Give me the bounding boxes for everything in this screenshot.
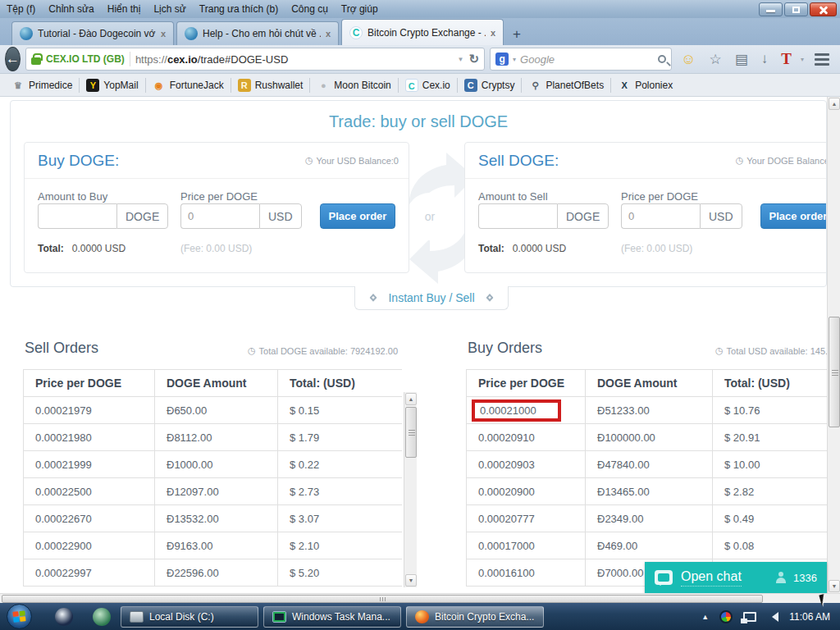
instant-buy-sell-toggle[interactable]: Instant Buy / Sell [354, 286, 509, 310]
tab-bitcoin-exchange[interactable]: C Bitcoin Crypto Exchange - ... x [341, 19, 504, 45]
menu-bookmarks[interactable]: Trang ưa thích (b) [193, 1, 285, 17]
menu-view[interactable]: Hiển thị [101, 1, 148, 17]
buy-total: Total: 0.0000 USD [38, 243, 126, 254]
new-tab-button[interactable]: + [506, 26, 527, 45]
cexio-favicon: C [349, 26, 363, 39]
sell-amount-input[interactable] [478, 203, 557, 229]
menu-help[interactable]: Trợ giúp [335, 1, 385, 17]
order-row[interactable]: 0.00021999Đ1000.00$ 0.22 [24, 451, 403, 478]
open-chat-button[interactable]: Open chat 1336 [645, 562, 827, 593]
moon bitcoin-favicon: ● [317, 79, 330, 92]
scrollbar-thumb[interactable] [2, 595, 763, 603]
order-row[interactable]: 0.00022500Đ12097.00$ 2.73 [24, 478, 403, 505]
back-button[interactable]: ← [5, 47, 21, 71]
tab-close-icon[interactable]: x [491, 28, 495, 38]
collapse-icon [369, 294, 377, 303]
sell-place-order-button[interactable]: Place order [760, 203, 827, 229]
tray-app-icon[interactable] [719, 610, 733, 623]
buy-amount-input[interactable] [38, 203, 116, 229]
order-row[interactable]: 0.00017000Đ469.00$ 0.08 [467, 532, 828, 559]
horizontal-scrollbar[interactable] [0, 593, 840, 603]
site-identity[interactable]: CEX.IO LTD (GB) [46, 53, 125, 65]
taskbar-clock[interactable]: 11:06 AM [789, 611, 830, 623]
tab-help[interactable]: Help - Cho em hỏi chút về ... x [176, 21, 339, 45]
order-row[interactable]: 0.00021980Đ8112.00$ 1.79 [24, 424, 403, 451]
restore-button[interactable] [784, 2, 808, 16]
menu-edit[interactable]: Chỉnh sửa [42, 1, 100, 17]
buy-place-order-button[interactable]: Place order [320, 203, 395, 229]
taskbar-button-task-manager[interactable]: Windows Task Mana... [263, 606, 401, 628]
extension-dropdown-icon[interactable]: ▾ [801, 56, 804, 63]
menu-tools[interactable]: Công cụ [285, 1, 335, 17]
tab-close-icon[interactable]: x [161, 29, 166, 39]
clock-icon: ◷ [305, 155, 313, 166]
order-row[interactable]: 0.00020903Đ47840.00$ 10.00 [467, 451, 828, 478]
search-box[interactable]: g ▾ Google [490, 48, 672, 71]
bookmark-planetofbets[interactable]: ⚲PlanetOfBets [522, 76, 610, 94]
tab-tutorial-dogecoin[interactable]: Tutorial - Đào Dogecoin vớ... x [11, 21, 174, 45]
downloads-icon[interactable]: ↓ [757, 51, 773, 67]
sell-doge-panel: Sell DOGE: ◷Your DOGE Balance: 0 Amount … [464, 142, 827, 273]
clock-icon: ◷ [736, 155, 744, 166]
scroll-up-icon[interactable]: ▲ [829, 98, 840, 110]
bookmark-star-icon[interactable]: ☆ [705, 51, 725, 68]
menu-history[interactable]: Lịch sử [147, 1, 192, 17]
cryptsy-favicon: C [464, 79, 477, 92]
buy-price-input[interactable] [180, 203, 259, 229]
bookmark-fortunejack[interactable]: ◉FortuneJack [146, 76, 231, 94]
menu-file[interactable]: Tệp (f) [0, 1, 42, 17]
order-row[interactable]: 0.00020777Đ2349.00$ 0.49 [467, 505, 828, 532]
usd-balance: ◷Your USD Balance:0 [305, 155, 399, 166]
scroll-up-icon[interactable]: ▲ [405, 393, 417, 405]
text-extension-icon[interactable]: T [777, 50, 796, 68]
page-scrollbar[interactable]: ▲ ▼ [827, 97, 840, 593]
taskbar-button-local-disk[interactable]: Local Disk (C:) [121, 606, 258, 628]
extension-smiley-icon[interactable]: ☺ [677, 51, 700, 68]
search-engine-dropdown-icon[interactable]: ▾ [513, 56, 516, 63]
quicklaunch-media-icon[interactable] [55, 608, 73, 626]
usd-addon: USD [700, 203, 742, 229]
sell-orders-scrollbar[interactable]: ▲ ▼ [404, 392, 417, 587]
tray-expand-icon[interactable]: ▲ [701, 613, 709, 621]
order-row[interactable]: 0.00020900Đ13465.00$ 2.82 [467, 478, 828, 505]
scroll-down-icon[interactable]: ▼ [829, 580, 840, 592]
column-header: Price per DOGE [24, 370, 155, 397]
order-row[interactable]: 0.00020910Đ100000.00$ 20.91 [467, 424, 828, 451]
minimize-button[interactable] [759, 2, 783, 16]
bookmark-cryptsy[interactable]: CCryptsy [458, 76, 522, 94]
amount-to-sell-label: Amount to Sell [478, 190, 548, 203]
search-icon[interactable] [658, 55, 666, 63]
order-row[interactable]: 0.00022997Đ22596.00$ 5.20 [24, 559, 403, 587]
bookmark-primedice[interactable]: ♛Primedice [5, 76, 79, 94]
order-row[interactable]: 0.00021979Đ650.00$ 0.15 [24, 397, 403, 424]
google-icon[interactable]: g [495, 52, 509, 66]
volume-icon[interactable] [767, 612, 778, 622]
quicklaunch-internet-icon[interactable] [93, 608, 111, 626]
order-row[interactable]: 0.00022670Đ13532.00$ 3.07 [24, 505, 403, 532]
order-row[interactable]: 0.00021000Đ51233.00$ 10.76 [467, 397, 828, 424]
users-online-icon [775, 572, 787, 583]
taskbar-button-firefox[interactable]: Bitcoin Crypto Excha... [406, 606, 544, 628]
reload-icon[interactable]: ↻ [469, 52, 480, 66]
bookmark-moon bitcoin[interactable]: ●Moon Bitcoin [310, 76, 397, 94]
bookmark-rushwallet[interactable]: RRushwallet [231, 76, 310, 94]
network-icon[interactable] [743, 612, 756, 622]
scrollbar-thumb[interactable] [829, 317, 840, 427]
order-row[interactable]: 0.00022900Đ9163.00$ 2.10 [24, 532, 403, 559]
start-button[interactable] [7, 604, 32, 629]
scrollbar-thumb[interactable] [405, 407, 417, 458]
url-dropdown-icon[interactable]: ▼ [458, 56, 464, 63]
search-input[interactable]: Google [520, 53, 654, 66]
amount-to-buy-label: Amount to Buy [38, 190, 107, 203]
bookmark-cex.io[interactable]: CCex.io [399, 76, 457, 94]
planetofbets-favicon: ⚲ [528, 79, 541, 92]
bookmark-yopmail[interactable]: YYopMail [80, 76, 144, 94]
scroll-down-icon[interactable]: ▼ [405, 574, 417, 587]
sell-price-input[interactable] [621, 203, 700, 229]
tab-close-icon[interactable]: x [326, 29, 331, 39]
close-button[interactable] [810, 2, 837, 16]
bookmark-poloniex[interactable]: XPoloniex [611, 76, 679, 94]
menu-hamburger-icon[interactable] [809, 51, 835, 68]
url-bar[interactable]: CEX.IO LTD (GB) https://cex.io/trade#DOG… [25, 48, 485, 71]
bookmarks-panel-icon[interactable]: ▤ [731, 51, 752, 68]
